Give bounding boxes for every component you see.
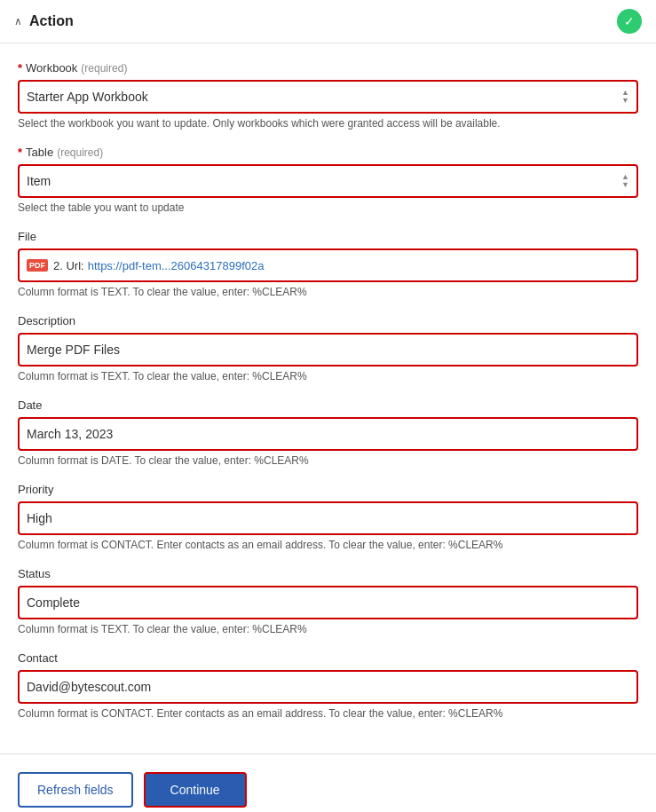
file-input-wrapper[interactable]: PDF 2. Url: https://pdf-tem...2606431789… (18, 248, 638, 282)
priority-label-text: Priority (18, 483, 53, 496)
description-input-wrapper[interactable] (18, 333, 638, 367)
date-label-text: Date (18, 398, 42, 412)
contact-input-wrapper[interactable] (18, 670, 638, 704)
date-label: Date (18, 398, 638, 412)
priority-hint-text: Column format is CONTACT. Enter contacts… (18, 539, 502, 551)
workbook-select[interactable]: Starter App Workbook ▲ ▼ (18, 80, 638, 114)
pdf-badge: PDF (27, 259, 48, 272)
header-left: ∧ Action (14, 13, 74, 29)
table-required-star: * (18, 146, 22, 159)
table-spinner-icon[interactable]: ▲ ▼ (621, 173, 629, 189)
table-required-text: (required) (57, 146, 103, 159)
description-input[interactable] (27, 337, 629, 362)
file-field-group: File PDF 2. Url: https://pdf-tem...26064… (18, 230, 638, 298)
file-url-label: 2. Url: (53, 259, 84, 272)
date-field-group: Date Column format is DATE. To clear the… (18, 398, 638, 467)
priority-hint: Column format is CONTACT. Enter contacts… (18, 539, 638, 551)
status-input-wrapper[interactable] (18, 586, 638, 619)
contact-field-group: Contact Column format is CONTACT. Enter … (18, 651, 638, 720)
workbook-hint: Select the workbook you want to update. … (18, 117, 638, 130)
status-field-group: Status Column format is TEXT. To clear t… (18, 567, 638, 635)
priority-input[interactable] (27, 506, 629, 531)
workbook-required-text: (required) (81, 62, 127, 75)
priority-label: Priority (18, 483, 638, 496)
contact-label-text: Contact (18, 651, 58, 665)
status-label: Status (18, 567, 638, 580)
table-select[interactable]: Item ▲ ▼ (18, 164, 638, 198)
description-field-group: Description Column format is TEXT. To cl… (18, 314, 638, 382)
date-hint: Column format is DATE. To clear the valu… (18, 454, 638, 467)
description-hint-text: Column format is TEXT. To clear the valu… (18, 370, 307, 382)
table-hint-text: Select the table you want to update (18, 201, 184, 214)
contact-hint: Column format is CONTACT. Enter contacts… (18, 707, 638, 720)
table-label: * Table (required) (18, 146, 638, 159)
contact-hint-text: Column format is CONTACT. Enter contacts… (18, 707, 502, 720)
footer: Refresh fields Continue (0, 753, 656, 812)
status-label-text: Status (18, 567, 51, 580)
chevron-up-icon: ∧ (14, 15, 22, 28)
status-hint-text: Column format is TEXT. To clear the valu… (18, 623, 307, 635)
action-header: ∧ Action ✓ (0, 0, 656, 43)
file-hint-text: Column format is TEXT. To clear the valu… (18, 286, 307, 298)
priority-input-wrapper[interactable] (18, 501, 638, 535)
workbook-field-group: * Workbook (required) Starter App Workbo… (18, 61, 638, 130)
checkmark: ✓ (624, 14, 635, 28)
table-hint: Select the table you want to update (18, 201, 638, 214)
refresh-fields-button[interactable]: Refresh fields (18, 772, 133, 808)
workbook-hint-text: Select the workbook you want to update. … (18, 117, 501, 130)
priority-field-group: Priority Column format is CONTACT. Enter… (18, 483, 638, 551)
description-label-text: Description (18, 314, 75, 327)
file-hint: Column format is TEXT. To clear the valu… (18, 286, 638, 298)
date-input[interactable] (27, 422, 629, 446)
workbook-required-star: * (18, 61, 22, 75)
file-url-value: https://pdf-tem...26064317899f02a (88, 259, 629, 272)
workbook-label: * Workbook (required) (18, 61, 638, 75)
status-check-icon: ✓ (617, 9, 642, 34)
page-title: Action (29, 13, 74, 29)
workbook-label-text: Workbook (26, 61, 77, 75)
table-label-text: Table (26, 146, 53, 159)
status-input[interactable] (27, 590, 629, 615)
workbook-spinner-icon[interactable]: ▲ ▼ (621, 89, 629, 105)
table-field-group: * Table (required) Item ▲ ▼ Select the t… (18, 146, 638, 214)
main-content: * Workbook (required) Starter App Workbo… (0, 43, 656, 753)
description-hint: Column format is TEXT. To clear the valu… (18, 370, 638, 382)
file-label-text: File (18, 230, 36, 243)
status-hint: Column format is TEXT. To clear the valu… (18, 623, 638, 635)
table-value: Item (27, 174, 621, 188)
contact-input[interactable] (27, 674, 629, 699)
contact-label: Contact (18, 651, 638, 665)
date-hint-text: Column format is DATE. To clear the valu… (18, 454, 309, 467)
continue-button[interactable]: Continue (144, 772, 247, 808)
date-input-wrapper[interactable] (18, 417, 638, 451)
file-label: File (18, 230, 638, 243)
workbook-value: Starter App Workbook (27, 90, 621, 104)
description-label: Description (18, 314, 638, 327)
